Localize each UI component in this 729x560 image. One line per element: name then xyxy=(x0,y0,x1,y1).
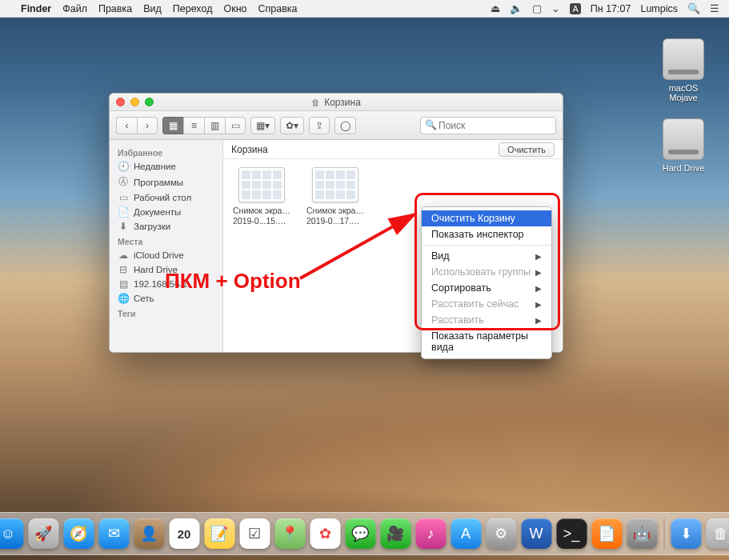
sidebar-item-desktop[interactable]: ▭Рабочий стол xyxy=(110,190,222,205)
file-item[interactable]: Снимок экрана 2019-0...17.04.26 xyxy=(306,167,364,226)
nav-buttons: ‹ › xyxy=(116,117,158,134)
dock-app-photos[interactable]: ✿ xyxy=(310,518,340,549)
ctx-view[interactable]: Вид▶ xyxy=(422,248,551,264)
dock-app-safari[interactable]: 🧭 xyxy=(63,518,94,549)
dock-app-facetime[interactable]: 🎥 xyxy=(380,518,411,549)
file-name-line2: 2019-0...15.29.10 xyxy=(233,216,290,226)
hard-drive-icon xyxy=(663,118,704,160)
file-item[interactable]: Снимок экрана 2019-0...15.29.10 xyxy=(233,167,290,226)
downloads-icon: ⬇ xyxy=(118,221,129,232)
ctx-separator xyxy=(422,245,551,246)
sidebar-item-icloud[interactable]: ☁iCloud Drive xyxy=(110,248,222,262)
action-button[interactable]: ✿▾ xyxy=(280,117,304,134)
window-minimize-button[interactable] xyxy=(130,98,139,106)
dock-app-trash[interactable]: 🗑 xyxy=(706,518,729,549)
file-name-line1: Снимок экрана xyxy=(306,206,364,216)
file-name-line1: Снимок экрана xyxy=(233,206,290,216)
window-close-button[interactable] xyxy=(116,98,125,106)
volume-icon[interactable]: 🔈 xyxy=(510,2,523,14)
sidebar-heading-tags: Теги xyxy=(110,306,222,320)
dock-app-contacts[interactable]: 👤 xyxy=(134,518,164,549)
dock-app-notes[interactable]: 📝 xyxy=(204,518,234,549)
ctx-use-groups[interactable]: Использовать группы▶ xyxy=(422,264,551,280)
ctx-show-inspector[interactable]: Показать инспектор xyxy=(422,226,551,242)
desktop-drive-label: Hard Drive xyxy=(655,163,711,173)
dock: ☺🚀🧭✉👤20📝☑📍✿💬🎥♪A⚙W>_📄🤖⬇🗑 xyxy=(0,512,729,555)
input-language-badge[interactable]: А xyxy=(570,3,580,14)
apps-icon: Ⓐ xyxy=(118,175,129,189)
menubar-item-view[interactable]: Вид xyxy=(143,3,162,14)
menubar-user[interactable]: Lumpics xyxy=(640,3,678,14)
sidebar-item-apps[interactable]: ⒶПрограммы xyxy=(110,174,222,190)
finder-toolbar: ‹ › ▦ ≡ ▥ ▭ ▦▾ ✿▾ ⇪ ◯ 🔍 xyxy=(110,111,563,140)
trash-icon: 🗑 xyxy=(311,98,320,107)
dock-app-preferences[interactable]: ⚙ xyxy=(486,518,516,549)
dock-app-word[interactable]: W xyxy=(521,518,551,549)
dock-app-terminal[interactable]: >_ xyxy=(556,518,587,549)
globe-icon: 🌐 xyxy=(118,293,129,304)
share-button[interactable]: ⇪ xyxy=(309,117,330,134)
ctx-show-view-options[interactable]: Показать параметры вида xyxy=(422,328,551,355)
window-zoom-button[interactable] xyxy=(145,98,154,106)
dock-app-messages[interactable]: 💬 xyxy=(345,518,375,549)
desktop-drive-label: macOS Mojave xyxy=(655,83,711,102)
empty-trash-button[interactable]: Очистить xyxy=(499,142,555,157)
dock-app-calendar[interactable]: 20 xyxy=(169,518,199,549)
sidebar-item-documents[interactable]: 📄Документы xyxy=(110,205,222,219)
arrange-button[interactable]: ▦▾ xyxy=(250,117,275,134)
ctx-sort[interactable]: Сортировать▶ xyxy=(422,280,551,296)
forward-button[interactable]: › xyxy=(137,117,158,134)
dock-app-mail[interactable]: ✉ xyxy=(98,518,129,549)
file-name-line2: 2019-0...17.04.26 xyxy=(306,216,364,226)
menubar-item-file[interactable]: Файл xyxy=(62,3,87,14)
dock-app-itunes[interactable]: ♪ xyxy=(415,518,446,549)
dock-app-launchpad[interactable]: 🚀 xyxy=(28,518,58,549)
search-field-wrap: 🔍 xyxy=(420,117,556,134)
sidebar-item-recents[interactable]: 🕘Недавние xyxy=(110,159,222,174)
disk-icon[interactable]: ⏏ xyxy=(491,2,500,14)
content-header: Корзина Очистить xyxy=(223,140,563,159)
clock-icon: 🕘 xyxy=(118,161,129,172)
desktop-drive-macos[interactable]: macOS Mojave xyxy=(655,38,711,102)
menubar-item-go[interactable]: Переход xyxy=(173,3,213,14)
dock-app-pages[interactable]: 📄 xyxy=(591,518,622,549)
dropdown-icon[interactable]: ⌄ xyxy=(551,2,560,14)
menubar-item-help[interactable]: Справка xyxy=(258,3,298,14)
icon-view-button[interactable]: ▦ xyxy=(162,117,183,134)
chevron-right-icon: ▶ xyxy=(535,268,542,277)
menubar: Finder Файл Правка Вид Переход Окно Спра… xyxy=(0,0,729,18)
notification-center-icon[interactable]: ☰ xyxy=(710,2,719,14)
ctx-arrange[interactable]: Расставить▶ xyxy=(422,312,551,328)
dock-app-downloads[interactable]: ⬇ xyxy=(671,518,701,549)
ctx-empty-trash[interactable]: Очистить Корзину xyxy=(422,210,551,226)
back-button[interactable]: ‹ xyxy=(116,117,137,134)
annotation-text: ПКМ + Option xyxy=(165,269,301,294)
screenshot-thumbnail-icon xyxy=(312,167,358,202)
dock-app-maps[interactable]: 📍 xyxy=(274,518,305,549)
column-view-button[interactable]: ▥ xyxy=(204,117,225,134)
menubar-clock[interactable]: Пн 17:07 xyxy=(591,3,631,14)
dock-app-reminders[interactable]: ☑ xyxy=(239,518,270,549)
ctx-arrange-now[interactable]: Расставить сейчас▶ xyxy=(422,296,551,312)
context-menu: Очистить Корзину Показать инспектор Вид▶… xyxy=(421,206,552,359)
window-title: Корзина xyxy=(324,97,361,108)
display-icon[interactable]: ▢ xyxy=(532,2,542,14)
sidebar-heading-locations: Места xyxy=(110,234,222,248)
dock-app-automator[interactable]: 🤖 xyxy=(627,518,657,549)
list-view-button[interactable]: ≡ xyxy=(183,117,204,134)
desktop-drive-hard[interactable]: Hard Drive xyxy=(655,118,711,173)
menubar-item-window[interactable]: Окно xyxy=(223,3,246,14)
search-icon: 🔍 xyxy=(425,119,437,130)
gallery-view-button[interactable]: ▭ xyxy=(225,117,246,134)
sidebar-item-downloads[interactable]: ⬇Загрузки xyxy=(110,219,222,234)
dock-app-appstore[interactable]: A xyxy=(451,518,481,549)
content-title: Корзина xyxy=(231,144,268,155)
tags-button[interactable]: ◯ xyxy=(334,117,356,134)
menubar-item-edit[interactable]: Правка xyxy=(98,3,132,14)
spotlight-icon[interactable]: 🔍 xyxy=(687,2,700,14)
search-input[interactable] xyxy=(420,117,556,134)
menubar-app-name[interactable]: Finder xyxy=(21,3,51,14)
chevron-right-icon: ▶ xyxy=(535,300,542,309)
dock-app-finder[interactable]: ☺ xyxy=(0,518,23,549)
window-titlebar[interactable]: 🗑 Корзина xyxy=(110,94,563,111)
